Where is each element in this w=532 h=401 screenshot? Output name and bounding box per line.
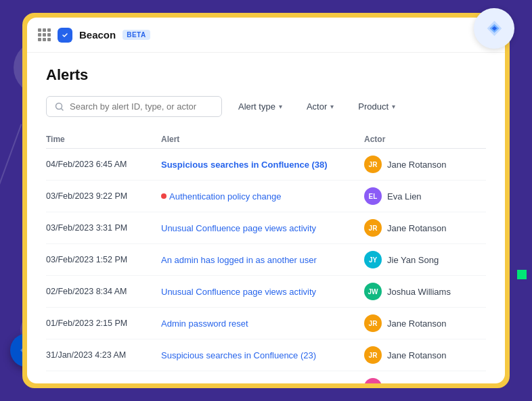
avatar: JR (364, 219, 382, 237)
actor-cell: JRJane Rotanson (364, 308, 486, 339)
time-cell: 31/Jan/2023 4:23 AM (46, 339, 161, 371)
alerts-table: Time Alert Actor 04/Feb/2023 6:45 AMSusp… (46, 131, 486, 383)
col-time: Time (46, 131, 161, 149)
time-cell: 30/Jan/2023 7:35 PM (46, 371, 161, 384)
alert-cell[interactable]: Admin password reset (161, 308, 364, 339)
actor-name: Jane Rotanson (387, 223, 446, 233)
alert-link[interactable]: Authentication policy change (169, 191, 282, 202)
col-actor: Actor (364, 131, 486, 149)
alert-cell[interactable]: Unusual Confluence space export (161, 371, 364, 384)
brand-name: Beacon (79, 29, 116, 41)
page-title: Alerts (46, 66, 486, 84)
time-cell: 03/Feb/2023 9:22 PM (46, 181, 161, 212)
beacon-logo (58, 28, 72, 43)
actor-name: Molly Clark (387, 382, 430, 384)
beta-badge: BETA (123, 30, 150, 40)
chevron-down-icon: ▾ (330, 103, 334, 110)
actor-cell: ELEva Lien (364, 181, 486, 212)
table-row: 03/Feb/2023 9:22 PMAuthentication policy… (46, 181, 486, 212)
table-row: 03/Feb/2023 1:52 PMAn admin has logged i… (46, 244, 486, 276)
avatar: MC (364, 378, 382, 383)
col-alert: Alert (161, 131, 364, 149)
actor-cell: JRJane Rotanson (364, 149, 486, 181)
alert-cell[interactable]: Unusual Confluence page views activity (161, 212, 364, 244)
filters-row: Alert type ▾ Actor ▾ Product ▾ (46, 96, 486, 117)
search-box[interactable] (46, 96, 222, 117)
avatar: JR (364, 156, 382, 173)
search-input[interactable] (70, 101, 213, 112)
alert-cell[interactable]: Suspicious searches in Confluence (38) (161, 149, 364, 181)
table-row: 04/Feb/2023 6:45 AMSuspicious searches i… (46, 149, 486, 181)
alert-link[interactable]: Unusual Confluence page views activity (161, 287, 316, 297)
jira-float-badge (474, 8, 514, 49)
actor-cell: JYJie Yan Song (364, 244, 486, 276)
table-row: 03/Feb/2023 3:31 PMUnusual Confluence pa… (46, 212, 486, 244)
table-row: 01/Feb/2023 2:15 PMAdmin password resetJ… (46, 308, 486, 339)
alert-type-filter[interactable]: Alert type ▾ (230, 97, 290, 116)
product-filter[interactable]: Product ▾ (350, 97, 403, 116)
time-cell: 02/Feb/2023 8:34 AM (46, 276, 161, 308)
avatar: JR (364, 346, 382, 364)
time-cell: 01/Feb/2023 2:15 PM (46, 308, 161, 339)
alert-link[interactable]: Suspicious searches in Confluence (38) (161, 160, 328, 170)
time-cell: 03/Feb/2023 3:31 PM (46, 212, 161, 244)
time-cell: 04/Feb/2023 6:45 AM (46, 149, 161, 181)
actor-filter[interactable]: Actor ▾ (298, 97, 342, 116)
table-row: 31/Jan/2023 4:23 AMSuspicious searches i… (46, 339, 486, 371)
alert-link[interactable]: Suspicious searches in Confluence (23) (161, 350, 316, 360)
topbar: Beacon BETA (27, 18, 505, 53)
alert-cell[interactable]: Suspicious searches in Confluence (23) (161, 339, 364, 371)
time-cell: 03/Feb/2023 1:52 PM (46, 244, 161, 276)
avatar: EL (364, 187, 382, 205)
actor-cell: JWJoshua Williams (364, 276, 486, 308)
grid-icon[interactable] (38, 28, 51, 41)
table-row: 02/Feb/2023 8:34 AMUnusual Confluence pa… (46, 276, 486, 308)
actor-name: Jane Rotanson (387, 350, 446, 360)
actor-name: Jane Rotanson (387, 160, 446, 170)
alert-link[interactable]: Unusual Confluence space export (161, 382, 293, 384)
actor-name: Jane Rotanson (387, 319, 446, 329)
chevron-down-icon: ▾ (279, 103, 282, 110)
alert-link[interactable]: Admin password reset (161, 319, 248, 329)
chevron-down-icon: ▾ (392, 103, 395, 110)
avatar: JR (364, 314, 382, 332)
avatar: JY (364, 251, 382, 268)
alert-cell[interactable]: Unusual Confluence page views activity (161, 276, 364, 308)
alert-red-dot (161, 193, 167, 199)
actor-cell: JRJane Rotanson (364, 212, 486, 244)
alert-link[interactable]: Unusual Confluence page views activity (161, 223, 316, 233)
avatar: JW (364, 283, 382, 300)
actor-cell: MCMolly Clark (364, 371, 486, 384)
alert-link[interactable]: An admin has logged in as another user (161, 255, 317, 265)
actor-name: Eva Lien (387, 191, 422, 202)
actor-name: Jie Yan Song (387, 255, 439, 265)
table-row: 30/Jan/2023 7:35 PMUnusual Confluence sp… (46, 371, 486, 384)
search-icon (55, 102, 64, 112)
actor-name: Joshua Williams (387, 287, 451, 297)
actor-cell: JRJane Rotanson (364, 339, 486, 371)
alert-cell[interactable]: Authentication policy change (161, 181, 364, 212)
alert-cell[interactable]: An admin has logged in as another user (161, 244, 364, 276)
